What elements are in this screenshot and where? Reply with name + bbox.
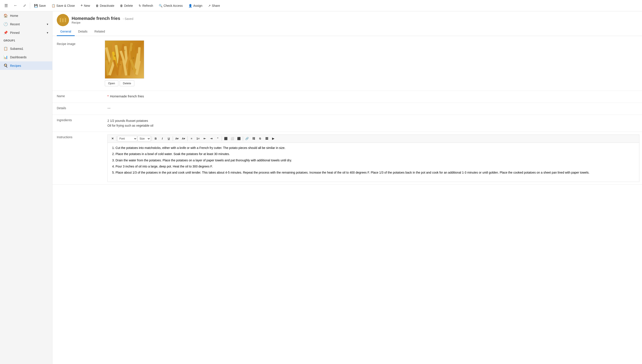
save-button[interactable]: 💾 Save [32,2,48,9]
record-title: Homemade french fries [72,16,120,21]
sidebar-item-label: Recipes [10,64,21,68]
share-icon: ↗ [208,4,211,8]
details-field-label: Details [52,103,105,113]
sidebar-item-recent[interactable]: 🕐 Recent ▼ [0,20,52,28]
refresh-button[interactable]: ↻ Refresh [136,2,156,9]
instructions-list: Cut the potatoes into matchsticks, eithe… [111,146,636,175]
highlight-icon: A▾ [175,137,178,140]
align-right-button[interactable]: ⬛ [236,136,242,142]
sidebar-item-subarea1[interactable]: 📋 Subarea1 [0,44,52,53]
bullet-list-button[interactable]: ≡ [188,136,194,142]
tabs-bar: General Details Related [52,26,642,36]
recipe-image [105,40,144,78]
new-icon: + [80,3,83,8]
check-access-button[interactable]: 🔍 Check Access [156,2,186,9]
highlight-button[interactable]: A▾ [174,136,180,142]
sidebar-group-label: Group1 [4,39,15,42]
strikethrough-button[interactable]: S [257,136,263,142]
delete-label: Delete [124,4,133,8]
tab-general[interactable]: General [57,28,75,36]
form-area: Recipe image [52,36,642,364]
sidebar-item-pinned[interactable]: 📌 Pinned ▼ [0,28,52,37]
required-star: * [108,94,108,98]
font-color-button[interactable]: A▾ [180,136,186,142]
svg-point-31 [114,55,116,57]
dashboard-icon: 📊 [4,55,8,59]
link-icon: 🔗 [245,137,249,140]
sidebar-item-label: Home [10,14,18,18]
sidebar-item-label: Dashboards [10,56,27,59]
bold-label: B [154,137,156,140]
tab-related[interactable]: Related [91,28,108,36]
open-image-button[interactable]: Open [105,80,118,86]
toolbar-sep [243,136,243,141]
open-image-label: Open [108,82,115,85]
deactivate-button[interactable]: 🗑 Deactivate [93,2,117,9]
unlink-icon: ⛓ [252,137,255,140]
sidebar-item-dashboards[interactable]: 📊 Dashboards [0,53,52,61]
sidebar-item-label: Recent [10,22,44,26]
image-field-label: Recipe image [52,40,105,46]
size-select[interactable]: Size [138,136,151,142]
save-close-button[interactable]: 📋 Save & Close [49,2,78,9]
avatar-svg [57,14,69,26]
align-left-icon: ⬛ [224,137,228,140]
tab-details[interactable]: Details [75,28,91,36]
insert-image-button[interactable]: 🖼 [264,136,270,142]
details-row: Details --- [52,103,642,115]
open-new-button[interactable]: ⤢ [20,2,28,9]
increase-indent-icon: ⇥ [210,137,212,140]
avatar [57,14,69,26]
toolbar-sep [173,136,173,141]
svg-rect-2 [61,17,62,23]
chevron-down-icon: ▼ [46,23,49,26]
bullet-list-icon: ≡ [191,137,192,140]
toolbar-sep-1 [30,2,30,9]
details-field-value[interactable]: --- [105,103,642,113]
save-label: Save [39,4,46,8]
sidebar-item-recipes[interactable]: 🍳 Recipes [0,61,52,70]
remove-link-button[interactable]: ⛓ [250,136,256,142]
font-select[interactable]: Font [118,136,137,142]
increase-indent-button[interactable]: ⇥ [208,136,214,142]
open-new-icon: ⤢ [23,4,26,8]
menu-button[interactable]: ☰ [2,1,10,10]
underline-button[interactable]: U [166,136,172,142]
assign-label: Assign [193,4,202,8]
ingredients-field-value[interactable]: 2 1/2 pounds Russet potatoes Oil for fry… [105,115,642,132]
instructions-field-label: Instructions [52,132,105,142]
more-options-button[interactable]: ▶ [270,136,276,142]
new-label: New [84,4,90,8]
assign-button[interactable]: 👤 Assign [186,2,205,9]
align-center-button[interactable]: ⬜ [229,136,236,142]
blockquote-button[interactable]: " [215,136,221,142]
bold-button[interactable]: B [153,136,159,142]
more-options-icon: ▶ [272,137,274,140]
name-field-value[interactable]: * Homemade french fries [105,91,642,102]
italic-button[interactable]: I [159,136,165,142]
blockquote-icon: " [217,137,218,140]
new-button[interactable]: + New [78,2,93,9]
sidebar-item-home[interactable]: 🏠 Home [0,11,52,20]
underline-label: U [168,137,170,140]
record-title-line: Homemade french fries - Saved [72,16,133,21]
numbered-list-button[interactable]: 1≡ [195,136,201,142]
name-value: Homemade french fries [110,94,144,98]
ingredients-line1: 2 1/2 pounds Russet potatoes [108,118,640,123]
delete-image-button[interactable]: Delete [120,80,134,86]
share-button[interactable]: ↗ Share [206,2,222,9]
align-left-button[interactable]: ⬛ [223,136,229,142]
back-button[interactable]: ← [11,2,20,9]
deactivate-icon: 🗑 [96,4,99,8]
instruction-item: Place about 1/3 of the potatoes in the p… [116,170,636,175]
fries-svg [105,40,144,78]
tab-label: Related [94,30,105,33]
insert-link-button[interactable]: 🔗 [244,136,250,142]
record-title-area: Homemade french fries - Saved Recipe [72,16,133,24]
align-right-icon: ⬛ [237,137,241,140]
delete-button[interactable]: 🗑 Delete [117,2,136,9]
instructions-content[interactable]: Cut the potatoes into matchsticks, eithe… [108,142,640,182]
share-label: Share [212,4,220,8]
decrease-indent-button[interactable]: ⇤ [202,136,208,142]
clear-format-button[interactable]: ✕ [110,136,116,142]
